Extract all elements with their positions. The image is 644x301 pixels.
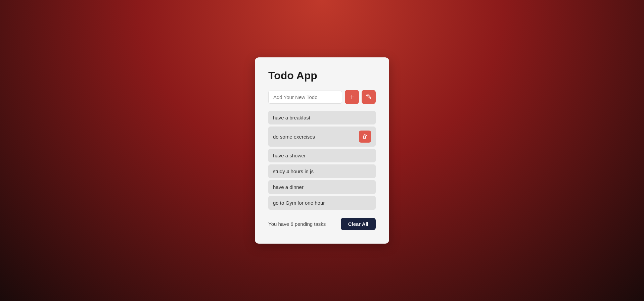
edit-button[interactable]: ✎ <box>362 90 376 104</box>
todo-item: have a shower <box>268 149 376 162</box>
pending-text: You have 6 pending tasks <box>268 221 326 227</box>
todo-item: have a breakfast <box>268 111 376 124</box>
todo-item-text: go to Gym for one hour <box>273 200 371 206</box>
todo-item-text: have a breakfast <box>273 115 371 120</box>
todo-input[interactable] <box>268 91 342 104</box>
add-button[interactable]: + <box>345 90 359 104</box>
plus-icon: + <box>350 93 354 101</box>
todo-item: have a dinner <box>268 180 376 194</box>
todo-item-text: do some exercises <box>273 134 359 140</box>
todo-list: have a breakfastdo some exercises🗑have a… <box>268 111 376 210</box>
todo-item-text: study 4 hours in js <box>273 168 371 174</box>
clear-all-button[interactable]: Clear All <box>341 218 376 230</box>
todo-item: go to Gym for one hour <box>268 196 376 210</box>
todo-item-text: have a dinner <box>273 184 371 190</box>
todo-item: study 4 hours in js <box>268 164 376 178</box>
footer: You have 6 pending tasks Clear All <box>268 218 376 230</box>
input-row: + ✎ <box>268 90 376 104</box>
todo-item: do some exercises🗑 <box>268 127 376 147</box>
delete-button[interactable]: 🗑 <box>359 131 371 143</box>
trash-icon: 🗑 <box>362 134 368 140</box>
todo-item-text: have a shower <box>273 153 371 158</box>
app-title: Todo App <box>268 69 376 82</box>
todo-card: Todo App + ✎ have a breakfastdo some exe… <box>255 57 389 244</box>
pencil-icon: ✎ <box>366 93 372 101</box>
